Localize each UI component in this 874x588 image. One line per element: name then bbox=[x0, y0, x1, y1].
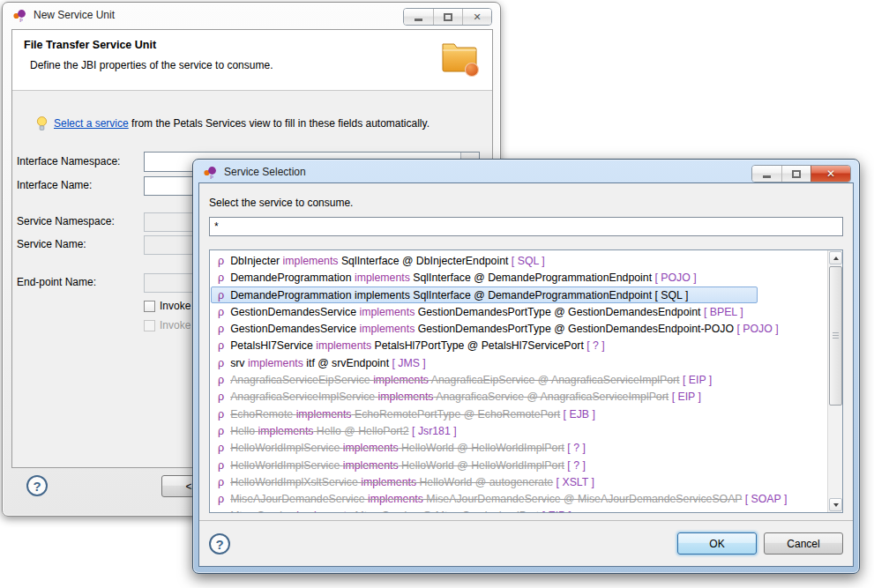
service-list-item[interactable]: ρHelloWorldImplService implements HelloW… bbox=[211, 439, 826, 456]
dialog-window-controls: ✕ bbox=[751, 165, 851, 182]
service-text: AnagraficaServiceImplService implements … bbox=[230, 391, 669, 403]
service-list-item[interactable]: ρGestionDemandesService implements Gesti… bbox=[211, 320, 826, 337]
service-icon: ρ bbox=[218, 255, 224, 267]
service-list-item[interactable]: ρMtomService implements MtomService @ Mt… bbox=[211, 507, 826, 512]
dialog-titlebar[interactable]: p Service Selection ✕ bbox=[193, 160, 859, 183]
service-list-item[interactable]: ρDemandeProgrammation implements SqlInte… bbox=[211, 287, 758, 303]
implements-keyword: implements bbox=[359, 323, 415, 335]
svg-text:p: p bbox=[210, 172, 213, 179]
service-text: GestionDemandesService implements Gestio… bbox=[230, 306, 700, 318]
service-list-rows: ρDbInjecter implements SqlInterface @ Db… bbox=[211, 252, 826, 512]
implements-keyword: implements bbox=[296, 408, 352, 421]
service-tag: [ JMS ] bbox=[392, 357, 425, 369]
service-list-item[interactable]: ρDemandeProgrammation implements SqlInte… bbox=[211, 269, 826, 286]
service-icon: ρ bbox=[218, 442, 224, 454]
service-text: MtomService implements MtomService @ Mto… bbox=[230, 510, 539, 512]
maximize-button[interactable] bbox=[433, 9, 462, 25]
cancel-button[interactable]: Cancel bbox=[764, 532, 843, 555]
service-text: HelloWorldImplService implements HelloWo… bbox=[230, 442, 564, 454]
vertical-scrollbar[interactable] bbox=[827, 250, 842, 512]
minimize-icon bbox=[415, 19, 422, 21]
hint-row: Select a service from the Petals Service… bbox=[36, 115, 430, 131]
service-list-item[interactable]: ρsrv implements itf @ srvEndpoint [ JMS … bbox=[211, 354, 826, 371]
service-text: DemandeProgrammation implements SqlInter… bbox=[230, 289, 652, 301]
minimize-button[interactable] bbox=[404, 9, 433, 25]
close-icon: ✕ bbox=[826, 168, 835, 179]
service-tag: [ EIP ] bbox=[672, 391, 701, 403]
service-icon: ρ bbox=[218, 493, 224, 505]
hint-text: from the Petals Services view to fill in… bbox=[131, 117, 430, 130]
implements-keyword: implements bbox=[359, 306, 415, 318]
service-list-item[interactable]: ρHello implements Hello @ HelloPort2 [ J… bbox=[211, 422, 826, 439]
service-icon: ρ bbox=[218, 425, 224, 437]
service-list-item[interactable]: ρPetalsHl7Service implements PetalsHl7Po… bbox=[211, 337, 826, 354]
service-text: Hello implements Hello @ HelloPort2 bbox=[230, 425, 409, 437]
invoke-checkbox-label: Invoke bbox=[160, 300, 190, 312]
ok-button[interactable]: OK bbox=[677, 532, 757, 555]
service-list-item[interactable]: ρHelloWorldImplService implements HelloW… bbox=[211, 457, 826, 473]
dialog-content: Select the service to consume. ρDbInject… bbox=[198, 182, 854, 567]
implements-keyword: implements bbox=[378, 391, 434, 403]
folder-icon bbox=[438, 34, 481, 80]
service-list: ρDbInjecter implements SqlInterface @ Db… bbox=[209, 249, 843, 513]
service-text: AnagraficaServiceEipService implements A… bbox=[230, 374, 679, 386]
service-tag: [ BPEL ] bbox=[704, 306, 743, 318]
service-tag: [ EIP ] bbox=[542, 510, 571, 512]
service-list-item[interactable]: ρAnagraficaServiceImplService implements… bbox=[211, 388, 826, 405]
invoke-checkbox-disabled-label: Invoke bbox=[160, 319, 190, 331]
minimize-button[interactable] bbox=[752, 166, 781, 182]
scrollbar-up-button[interactable] bbox=[829, 251, 842, 264]
service-filter-input[interactable] bbox=[209, 217, 843, 236]
implements-keyword: implements bbox=[355, 289, 410, 301]
implements-keyword: implements bbox=[373, 374, 429, 386]
implements-keyword: implements bbox=[283, 255, 339, 267]
implements-keyword: implements bbox=[361, 476, 416, 488]
service-list-item[interactable]: ρDbInjecter implements SqlInterface @ Db… bbox=[211, 252, 826, 269]
wizard-titlebar[interactable]: p New Service Unit ✕ bbox=[3, 3, 500, 26]
service-icon: ρ bbox=[218, 306, 224, 318]
service-text: DemandeProgrammation implements SqlInter… bbox=[230, 272, 652, 284]
service-text: EchoRemote implements EchoRemotePortType… bbox=[230, 408, 560, 421]
service-list-item[interactable]: ρEchoRemote implements EchoRemotePortTyp… bbox=[211, 406, 826, 422]
service-list-item[interactable]: ρHelloWorldImplXsltService implements He… bbox=[211, 473, 826, 490]
service-icon: ρ bbox=[218, 289, 224, 301]
service-tag: [ ? ] bbox=[567, 459, 586, 472]
service-list-item[interactable]: ρAnagraficaServiceEipService implements … bbox=[211, 371, 826, 388]
service-text: DbInjecter implements SqlInterface @ DbI… bbox=[230, 255, 508, 267]
service-name-label: Service Name: bbox=[17, 238, 86, 250]
service-text: HelloWorldImplService implements HelloWo… bbox=[230, 459, 564, 472]
scrollbar-down-button[interactable] bbox=[829, 498, 842, 511]
invoke-checkbox[interactable] bbox=[144, 301, 155, 312]
service-icon: ρ bbox=[218, 272, 224, 284]
invoke-checkbox-row-disabled: Invoke bbox=[144, 319, 190, 331]
help-icon[interactable]: ? bbox=[26, 475, 48, 496]
service-namespace-label: Service Namespace: bbox=[17, 215, 115, 227]
minimize-icon bbox=[763, 175, 771, 178]
endpoint-name-label: End-point Name: bbox=[17, 276, 96, 288]
implements-keyword: implements bbox=[296, 510, 352, 512]
service-tag: [ SQL ] bbox=[512, 255, 545, 267]
scrollbar-thumb[interactable] bbox=[829, 266, 842, 406]
wizard-window-controls: ✕ bbox=[403, 8, 492, 26]
implements-keyword: implements bbox=[248, 357, 303, 369]
service-icon: ρ bbox=[218, 374, 224, 386]
service-icon: ρ bbox=[218, 459, 224, 472]
service-list-item[interactable]: ρMiseAJourDemandeService implements Mise… bbox=[211, 490, 826, 507]
close-button[interactable]: ✕ bbox=[462, 9, 491, 25]
service-icon: ρ bbox=[218, 391, 224, 403]
implements-keyword: implements bbox=[355, 272, 410, 284]
service-tag: [ EIP ] bbox=[683, 374, 712, 386]
service-icon: ρ bbox=[218, 323, 224, 335]
help-icon[interactable]: ? bbox=[209, 533, 230, 555]
select-a-service-link[interactable]: Select a service bbox=[54, 117, 129, 130]
maximize-icon bbox=[792, 170, 801, 178]
service-tag: [ SQL ] bbox=[655, 289, 689, 301]
page-description: Define the JBI properties of the service… bbox=[30, 59, 273, 71]
service-text: GestionDemandesService implements Gestio… bbox=[230, 323, 734, 335]
service-text: HelloWorldImplXsltService implements Hel… bbox=[230, 476, 553, 488]
service-tag: [ POJO ] bbox=[655, 272, 697, 284]
close-button[interactable]: ✕ bbox=[811, 166, 850, 182]
service-list-item[interactable]: ρGestionDemandesService implements Gesti… bbox=[211, 303, 826, 320]
wizard-window-title: New Service Unit bbox=[34, 9, 115, 21]
maximize-button[interactable] bbox=[781, 166, 811, 182]
